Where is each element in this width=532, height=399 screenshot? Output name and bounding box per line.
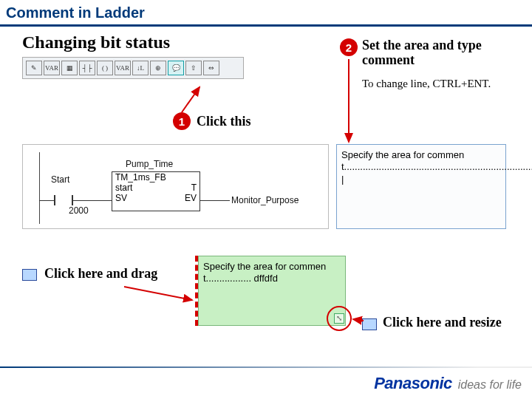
ladder-wire: [73, 200, 112, 201]
step-2-callout: 2 Set the area and type comment: [340, 38, 532, 68]
fb-row-l: SV: [115, 193, 127, 203]
step-2-label: Set the area and type comment: [362, 38, 532, 68]
resize-label: Click here and resize: [383, 315, 502, 330]
resize-instruction: Click here and resize: [362, 315, 502, 330]
ladder-diagram: Start 2000 Pump_Time TM_1ms_FB startT SV…: [22, 144, 329, 229]
step-1-label: Click this: [197, 114, 251, 129]
output-label: Monitor_Purpose: [231, 195, 299, 205]
slide-header: Comment in Ladder: [0, 0, 532, 27]
contact-label: Start: [51, 174, 69, 185]
comment-input-area[interactable]: Specify the area for comment............…: [336, 144, 506, 229]
l-icon[interactable]: ↓L: [132, 61, 149, 75]
drag-instruction: Click here and drag: [22, 266, 157, 282]
contact-addr: 2000: [69, 205, 89, 216]
plus-icon[interactable]: ⊕: [150, 61, 166, 75]
brand-footer: Panasonic ideas for life: [374, 374, 522, 393]
resize-highlight-circle: [327, 306, 352, 331]
swap-icon[interactable]: ⇔: [203, 61, 219, 75]
drag-label: Click here and drag: [44, 266, 157, 282]
brand-name: Panasonic: [374, 374, 452, 393]
fb-row-r: T: [191, 183, 197, 193]
ladder-wire: [200, 200, 230, 201]
drag-edge-indicator: [195, 256, 198, 326]
fb-row-l: start: [115, 183, 132, 193]
drag-handle-icon: [22, 269, 37, 281]
step-2-note: To change line, CTRL+ENT.: [362, 78, 491, 90]
contact-icon[interactable]: ┤├: [79, 61, 95, 75]
comment-icon[interactable]: 💬: [168, 61, 184, 75]
step-1-badge: 1: [173, 112, 191, 130]
editor-toolbar: ✎VAR▦┤├( )VAR↓L⊕💬⇧⇔: [22, 57, 244, 79]
coil-icon[interactable]: ( ): [97, 61, 113, 75]
fb-row-l: TM_1ms_FB: [115, 172, 166, 183]
ladder-rail: [39, 152, 40, 224]
svg-line-2: [124, 287, 192, 300]
step-2-badge: 2: [340, 38, 358, 56]
footer-rule: [0, 366, 532, 368]
svg-line-0: [182, 87, 200, 112]
var2-icon[interactable]: VAR: [115, 61, 131, 75]
ladder-contact[interactable]: [54, 195, 73, 205]
resize-handle-icon: [362, 318, 377, 330]
fb-title: Pump_Time: [126, 159, 173, 169]
ladder-fb-block[interactable]: Pump_Time TM_1ms_FB startT SVEV: [112, 171, 200, 211]
fb-icon[interactable]: ▦: [61, 61, 78, 75]
edit-icon[interactable]: ✎: [26, 61, 42, 75]
slide-title: Comment in Ladder: [6, 4, 145, 21]
var-icon[interactable]: VAR: [44, 61, 60, 75]
up-icon[interactable]: ⇧: [185, 61, 202, 75]
comment-result-box[interactable]: Specify the area for comment............…: [198, 256, 346, 326]
step-1-callout: 1 Click this: [173, 112, 251, 130]
fb-row-r: EV: [185, 193, 197, 203]
brand-tagline: ideas for life: [458, 378, 522, 392]
ladder-wire: [39, 200, 54, 201]
